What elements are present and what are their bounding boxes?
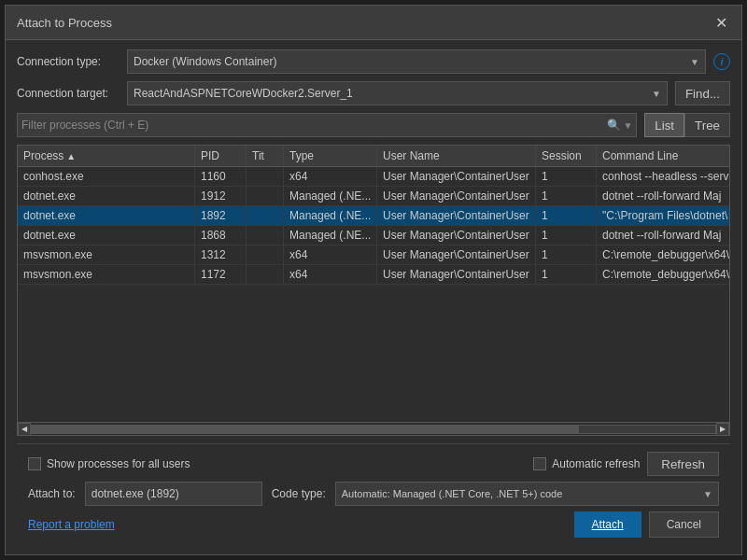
info-icon[interactable]: i (713, 53, 730, 70)
cell-tit (247, 226, 284, 245)
cell-pid: 1312 (195, 245, 247, 264)
cell-process: dotnet.exe (18, 187, 195, 205)
attach-button[interactable]: Attach (574, 511, 641, 538)
refresh-button[interactable]: Refresh (647, 452, 719, 476)
cell-user: User Manager\ContainerUser (377, 167, 536, 186)
connection-target-arrow-icon: ▼ (652, 89, 661, 99)
connection-type-dropdown[interactable]: Docker (Windows Container) ▼ (127, 49, 706, 74)
process-table: Process ▲ PID Tit Type User Name Session… (17, 145, 730, 436)
scrollbar-thumb[interactable] (32, 426, 579, 433)
code-type-dropdown[interactable]: Automatic: Managed (.NET Core, .NET 5+) … (335, 482, 719, 506)
cancel-button[interactable]: Cancel (649, 511, 719, 538)
cell-user: User Manager\ContainerUser (377, 187, 536, 205)
report-problem-link[interactable]: Report a problem (28, 518, 115, 531)
cell-cmd: C:\remote_debugger\x64\ (597, 265, 729, 284)
table-row[interactable]: dotnet.exe 1912 Managed (.NE... User Man… (18, 187, 729, 206)
cell-user: User Manager\ContainerUser (377, 206, 536, 225)
cell-cmd: dotnet --roll-forward Maj (597, 187, 729, 205)
cell-pid: 1912 (195, 187, 247, 205)
connection-target-value: ReactAndASPNETCoreWDocker2.Server_1 (134, 87, 353, 100)
col-cmdline[interactable]: Command Line (597, 146, 729, 166)
auto-refresh-label[interactable]: Automatic refresh (533, 457, 640, 470)
col-pid[interactable]: PID (195, 146, 247, 166)
cell-user: User Manager\ContainerUser (377, 245, 536, 264)
sort-arrow-icon: ▲ (66, 151, 76, 161)
auto-refresh-row: Automatic refresh Refresh (533, 452, 719, 476)
show-all-row: Show processes for all users Automatic r… (28, 452, 719, 476)
cell-session: 1 (536, 245, 597, 264)
attach-to-row: Attach to: Code type: Automatic: Managed… (28, 482, 719, 506)
attach-to-label: Attach to: (28, 487, 76, 500)
cell-cmd: conhost --headless --serv (597, 167, 729, 186)
auto-refresh-checkbox[interactable] (533, 457, 546, 470)
filter-input[interactable] (21, 119, 607, 132)
tree-view-button[interactable]: Tree (684, 113, 730, 137)
table-body: conhost.exe 1160 x64 User Manager\Contai… (18, 167, 729, 422)
cell-type: Managed (.NE... (284, 206, 377, 225)
cell-session: 1 (536, 187, 597, 205)
cell-session: 1 (536, 226, 597, 245)
col-tit[interactable]: Tit (247, 146, 284, 166)
table-row[interactable]: msvsmon.exe 1312 x64 User Manager\Contai… (18, 245, 729, 265)
cell-type: Managed (.NE... (284, 226, 377, 245)
cell-pid: 1868 (195, 226, 247, 245)
scroll-right-icon[interactable]: ▶ (716, 423, 729, 436)
search-icon: 🔍 (607, 119, 621, 132)
table-row[interactable]: dotnet.exe 1868 Managed (.NE... User Man… (18, 226, 729, 245)
table-row[interactable]: msvsmon.exe 1172 x64 User Manager\Contai… (18, 265, 729, 285)
cell-tit (247, 206, 284, 225)
find-button[interactable]: Find... (675, 81, 730, 105)
cell-type: x64 (284, 167, 377, 186)
scrollbar-track[interactable] (31, 425, 716, 434)
list-view-button[interactable]: List (644, 113, 684, 137)
connection-target-dropdown[interactable]: ReactAndASPNETCoreWDocker2.Server_1 ▼ (127, 81, 668, 105)
connection-target-row: Connection target: ReactAndASPNETCoreWDo… (17, 81, 730, 105)
cell-tit (247, 245, 284, 264)
show-all-checkbox[interactable] (28, 457, 41, 470)
action-row: Report a problem Attach Cancel (28, 511, 719, 538)
scroll-left-icon[interactable]: ◀ (18, 423, 31, 436)
cell-process: msvsmon.exe (18, 265, 195, 284)
cell-cmd: dotnet --roll-forward Maj (597, 226, 729, 245)
cell-tit (247, 265, 284, 284)
cell-tit (247, 167, 284, 186)
col-process[interactable]: Process ▲ (18, 146, 195, 166)
title-bar: Attach to Process ✕ (6, 6, 741, 40)
bottom-bar: Show processes for all users Automatic r… (17, 443, 730, 545)
table-row[interactable]: conhost.exe 1160 x64 User Manager\Contai… (18, 167, 729, 187)
attach-to-input[interactable] (85, 482, 262, 506)
cell-user: User Manager\ContainerUser (377, 226, 536, 245)
cell-cmd: C:\remote_debugger\x64\ (597, 245, 729, 264)
cell-session: 1 (536, 265, 597, 284)
cell-process: dotnet.exe (18, 206, 195, 225)
cell-process: conhost.exe (18, 167, 195, 186)
view-toggle: List Tree (644, 113, 730, 137)
table-row[interactable]: dotnet.exe 1892 Managed (.NE... User Man… (18, 206, 729, 226)
attach-to-process-dialog: Attach to Process ✕ Connection type: Doc… (5, 5, 742, 555)
close-button[interactable]: ✕ (712, 13, 730, 32)
filter-input-wrapper[interactable]: 🔍 ▼ (17, 113, 637, 137)
col-type[interactable]: Type (284, 146, 377, 166)
action-buttons: Attach Cancel (574, 511, 719, 538)
cell-tit (247, 187, 284, 205)
dialog-title: Attach to Process (17, 16, 112, 30)
cell-user: User Manager\ContainerUser (377, 265, 536, 284)
connection-type-value: Docker (Windows Container) (134, 55, 276, 68)
horizontal-scrollbar[interactable]: ◀ ▶ (18, 422, 729, 435)
filter-dropdown-arrow-icon: ▼ (623, 120, 632, 131)
connection-type-arrow-icon: ▼ (690, 57, 699, 67)
show-all-label[interactable]: Show processes for all users (28, 457, 190, 470)
code-type-value: Automatic: Managed (.NET Core, .NET 5+) … (342, 488, 563, 499)
connection-target-label: Connection target: (17, 87, 120, 100)
search-row: 🔍 ▼ List Tree (17, 113, 730, 137)
dialog-content: Connection type: Docker (Windows Contain… (6, 40, 741, 554)
cell-pid: 1160 (195, 167, 247, 186)
col-username[interactable]: User Name (377, 146, 536, 166)
cell-pid: 1892 (195, 206, 247, 225)
cell-pid: 1172 (195, 265, 247, 284)
cell-session: 1 (536, 167, 597, 186)
cell-process: dotnet.exe (18, 226, 195, 245)
cell-session: 1 (536, 206, 597, 225)
table-header: Process ▲ PID Tit Type User Name Session… (18, 146, 729, 167)
col-session[interactable]: Session (536, 146, 597, 166)
